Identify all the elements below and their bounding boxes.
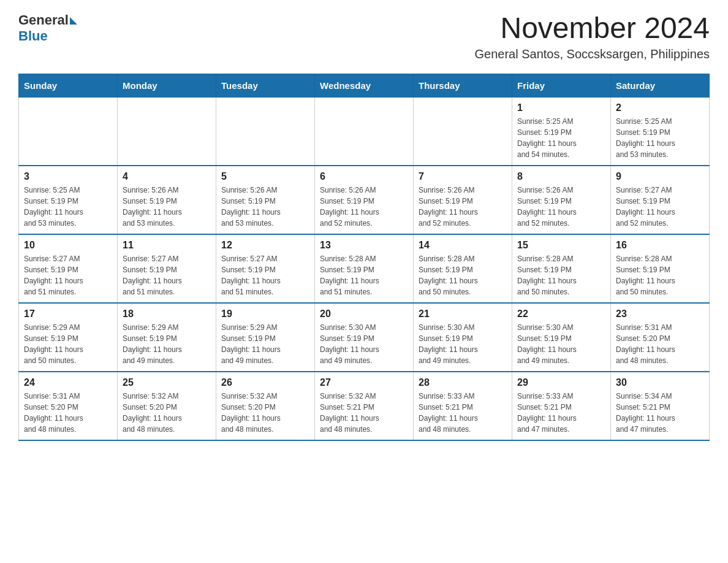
calendar-cell [315, 97, 414, 166]
calendar-table: SundayMondayTuesdayWednesdayThursdayFrid… [18, 74, 710, 441]
logo-triangle-icon [70, 17, 77, 25]
calendar-cell: 6Sunrise: 5:26 AMSunset: 5:19 PMDaylight… [315, 166, 414, 234]
calendar-cell: 9Sunrise: 5:27 AMSunset: 5:19 PMDaylight… [611, 166, 710, 234]
calendar-cell: 22Sunrise: 5:30 AMSunset: 5:19 PMDayligh… [512, 303, 611, 372]
day-info: Sunrise: 5:28 AMSunset: 5:19 PMDaylight:… [616, 253, 704, 297]
day-number: 20 [320, 308, 408, 320]
day-number: 10 [24, 240, 112, 251]
day-number: 9 [616, 171, 704, 182]
day-number: 23 [616, 308, 704, 320]
day-info: Sunrise: 5:30 AMSunset: 5:19 PMDaylight:… [320, 322, 408, 366]
day-info: Sunrise: 5:30 AMSunset: 5:19 PMDaylight:… [419, 322, 507, 366]
calendar-cell: 15Sunrise: 5:28 AMSunset: 5:19 PMDayligh… [512, 234, 611, 303]
calendar-cell: 20Sunrise: 5:30 AMSunset: 5:19 PMDayligh… [315, 303, 414, 372]
day-number: 16 [616, 240, 704, 251]
day-info: Sunrise: 5:26 AMSunset: 5:19 PMDaylight:… [123, 185, 211, 229]
day-info: Sunrise: 5:30 AMSunset: 5:19 PMDaylight:… [517, 322, 605, 366]
page-title: November 2024 [474, 12, 710, 45]
weekday-header-sunday: Sunday [19, 74, 118, 97]
calendar-cell: 3Sunrise: 5:25 AMSunset: 5:19 PMDaylight… [19, 166, 118, 234]
calendar-cell: 2Sunrise: 5:25 AMSunset: 5:19 PMDaylight… [611, 97, 710, 166]
calendar-cell: 29Sunrise: 5:33 AMSunset: 5:21 PMDayligh… [512, 372, 611, 440]
day-number: 14 [419, 240, 507, 251]
calendar-cell: 7Sunrise: 5:26 AMSunset: 5:19 PMDaylight… [414, 166, 512, 234]
day-info: Sunrise: 5:27 AMSunset: 5:19 PMDaylight:… [123, 253, 211, 297]
day-number: 25 [123, 377, 211, 388]
calendar-cell: 12Sunrise: 5:27 AMSunset: 5:19 PMDayligh… [216, 234, 315, 303]
page-subtitle: General Santos, Soccsksargen, Philippine… [474, 47, 710, 61]
day-info: Sunrise: 5:33 AMSunset: 5:21 PMDaylight:… [517, 391, 605, 435]
day-number: 8 [517, 171, 605, 182]
calendar-cell: 8Sunrise: 5:26 AMSunset: 5:19 PMDaylight… [512, 166, 611, 234]
day-number: 11 [123, 240, 211, 251]
day-info: Sunrise: 5:32 AMSunset: 5:20 PMDaylight:… [123, 391, 211, 435]
calendar-cell: 26Sunrise: 5:32 AMSunset: 5:20 PMDayligh… [216, 372, 315, 440]
calendar-cell: 4Sunrise: 5:26 AMSunset: 5:19 PMDaylight… [118, 166, 216, 234]
calendar-cell: 28Sunrise: 5:33 AMSunset: 5:21 PMDayligh… [414, 372, 512, 440]
day-info: Sunrise: 5:27 AMSunset: 5:19 PMDaylight:… [616, 185, 704, 229]
day-number: 1 [517, 102, 605, 113]
day-info: Sunrise: 5:32 AMSunset: 5:20 PMDaylight:… [221, 391, 309, 435]
day-info: Sunrise: 5:31 AMSunset: 5:20 PMDaylight:… [616, 322, 704, 366]
day-number: 18 [123, 308, 211, 320]
weekday-header-tuesday: Tuesday [216, 74, 315, 97]
calendar-cell: 10Sunrise: 5:27 AMSunset: 5:19 PMDayligh… [19, 234, 118, 303]
calendar-cell: 19Sunrise: 5:29 AMSunset: 5:19 PMDayligh… [216, 303, 315, 372]
day-number: 15 [517, 240, 605, 251]
calendar-cell: 21Sunrise: 5:30 AMSunset: 5:19 PMDayligh… [414, 303, 512, 372]
day-number: 4 [123, 171, 211, 182]
calendar-cell: 17Sunrise: 5:29 AMSunset: 5:19 PMDayligh… [19, 303, 118, 372]
day-number: 22 [517, 308, 605, 320]
weekday-header-saturday: Saturday [611, 74, 710, 97]
calendar-cell: 30Sunrise: 5:34 AMSunset: 5:21 PMDayligh… [611, 372, 710, 440]
logo: General Blue [18, 12, 77, 44]
calendar-cell: 27Sunrise: 5:32 AMSunset: 5:21 PMDayligh… [315, 372, 414, 440]
day-number: 5 [221, 171, 309, 182]
week-row-5: 24Sunrise: 5:31 AMSunset: 5:20 PMDayligh… [19, 372, 710, 440]
logo-blue: Blue [18, 28, 77, 44]
calendar-cell [216, 97, 315, 166]
day-number: 2 [616, 102, 704, 113]
logo-general: General [18, 12, 69, 28]
day-info: Sunrise: 5:29 AMSunset: 5:19 PMDaylight:… [24, 322, 112, 366]
day-info: Sunrise: 5:29 AMSunset: 5:19 PMDaylight:… [123, 322, 211, 366]
day-number: 24 [24, 377, 112, 388]
day-number: 26 [221, 377, 309, 388]
calendar-cell [118, 97, 216, 166]
calendar-cell: 25Sunrise: 5:32 AMSunset: 5:20 PMDayligh… [118, 372, 216, 440]
day-info: Sunrise: 5:32 AMSunset: 5:21 PMDaylight:… [320, 391, 408, 435]
day-number: 6 [320, 171, 408, 182]
day-number: 3 [24, 171, 112, 182]
day-info: Sunrise: 5:34 AMSunset: 5:21 PMDaylight:… [616, 391, 704, 435]
day-info: Sunrise: 5:25 AMSunset: 5:19 PMDaylight:… [517, 116, 605, 160]
day-info: Sunrise: 5:26 AMSunset: 5:19 PMDaylight:… [221, 185, 309, 229]
week-row-2: 3Sunrise: 5:25 AMSunset: 5:19 PMDaylight… [19, 166, 710, 234]
day-info: Sunrise: 5:27 AMSunset: 5:19 PMDaylight:… [221, 253, 309, 297]
title-block: November 2024 General Santos, Soccsksarg… [474, 12, 710, 61]
week-row-4: 17Sunrise: 5:29 AMSunset: 5:19 PMDayligh… [19, 303, 710, 372]
day-number: 21 [419, 308, 507, 320]
day-number: 27 [320, 377, 408, 388]
day-number: 29 [517, 377, 605, 388]
day-number: 13 [320, 240, 408, 251]
day-number: 19 [221, 308, 309, 320]
weekday-header-friday: Friday [512, 74, 611, 97]
day-info: Sunrise: 5:28 AMSunset: 5:19 PMDaylight:… [517, 253, 605, 297]
calendar-body: 1Sunrise: 5:25 AMSunset: 5:19 PMDaylight… [19, 97, 710, 440]
calendar-cell: 23Sunrise: 5:31 AMSunset: 5:20 PMDayligh… [611, 303, 710, 372]
weekday-header-thursday: Thursday [414, 74, 512, 97]
calendar-cell [19, 97, 118, 166]
day-number: 7 [419, 171, 507, 182]
day-info: Sunrise: 5:26 AMSunset: 5:19 PMDaylight:… [320, 185, 408, 229]
day-info: Sunrise: 5:27 AMSunset: 5:19 PMDaylight:… [24, 253, 112, 297]
day-info: Sunrise: 5:28 AMSunset: 5:19 PMDaylight:… [419, 253, 507, 297]
day-info: Sunrise: 5:31 AMSunset: 5:20 PMDaylight:… [24, 391, 112, 435]
calendar-cell: 24Sunrise: 5:31 AMSunset: 5:20 PMDayligh… [19, 372, 118, 440]
week-row-1: 1Sunrise: 5:25 AMSunset: 5:19 PMDaylight… [19, 97, 710, 166]
weekday-header-monday: Monday [118, 74, 216, 97]
day-info: Sunrise: 5:33 AMSunset: 5:21 PMDaylight:… [419, 391, 507, 435]
day-info: Sunrise: 5:28 AMSunset: 5:19 PMDaylight:… [320, 253, 408, 297]
day-info: Sunrise: 5:25 AMSunset: 5:19 PMDaylight:… [616, 116, 704, 160]
calendar-cell: 16Sunrise: 5:28 AMSunset: 5:19 PMDayligh… [611, 234, 710, 303]
day-number: 28 [419, 377, 507, 388]
